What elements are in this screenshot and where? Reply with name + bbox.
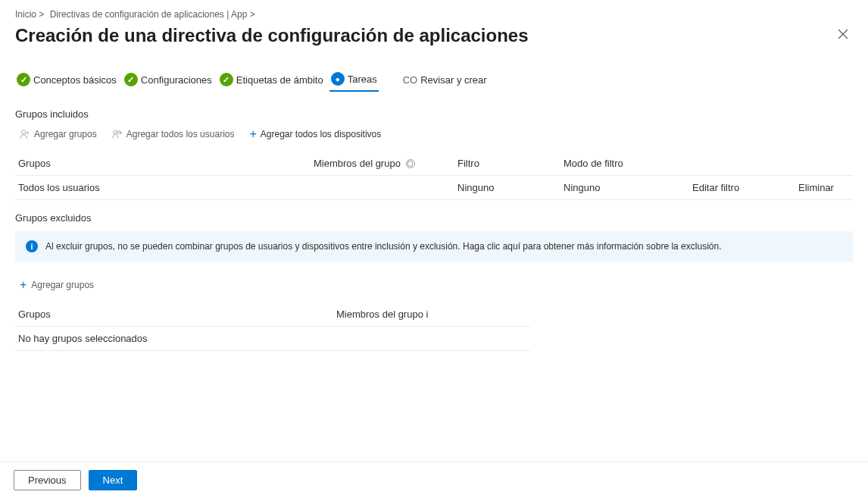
remove-link[interactable]: Eliminar (798, 182, 859, 193)
check-icon: ✓ (17, 73, 30, 86)
breadcrumb-policies[interactable]: Directivas de configuración de aplicacio… (50, 9, 255, 20)
exclusion-info-banner: i Al excluir grupos, no se pueden combin… (15, 231, 853, 262)
next-button[interactable]: Next (89, 470, 138, 490)
included-groups-table: Grupos Miembros del grupo O Filtro Modo … (15, 152, 853, 200)
info-text: Al excluir grupos, no se pueden combinar… (45, 241, 721, 252)
page-title: Creación de una directiva de configuraci… (15, 25, 529, 46)
svg-point-0 (22, 130, 26, 134)
stepper: ✓ Conceptos básicos ✓ Configuraciones ✓ … (15, 67, 853, 92)
step-label: Conceptos básicos (33, 74, 117, 86)
add-all-users-label: Agregar todos los usuarios (126, 129, 235, 139)
step-basics[interactable]: ✓ Conceptos básicos (15, 68, 118, 91)
previous-button[interactable]: Previous (14, 470, 81, 490)
step-configurations[interactable]: ✓ Configuraciones (123, 68, 214, 91)
cell-filter: Ninguno (457, 182, 564, 193)
info-icon[interactable]: i (426, 309, 429, 320)
col-members: Miembros del grupo i (336, 309, 533, 320)
info-icon[interactable]: O (406, 159, 415, 168)
step-review-create[interactable]: CO Revisar y crear (401, 70, 489, 90)
plus-icon: + (20, 278, 27, 292)
step-scope-tags[interactable]: ✓ Etiquetas de ámbito (218, 68, 325, 91)
step-label: Etiquetas de ámbito (236, 74, 323, 86)
close-icon (838, 29, 848, 39)
add-all-users-button[interactable]: Agregar todos los usuarios (112, 129, 235, 139)
table-row: No hay grupos seleccionados (15, 327, 530, 351)
add-groups-label: Agregar grupos (31, 280, 94, 290)
add-excluded-groups-button[interactable]: + Agregar grupos (15, 278, 853, 292)
svg-point-1 (114, 130, 117, 133)
add-groups-button[interactable]: Agregar grupos (20, 129, 97, 139)
person-plus-icon (20, 129, 30, 139)
step-prefix: CO (403, 74, 418, 86)
included-groups-heading: Grupos incluidos (15, 108, 853, 120)
empty-state-text: No hay grupos seleccionados (18, 333, 336, 344)
check-icon: ✓ (124, 73, 138, 86)
excluded-groups-table: Grupos Miembros del grupo i No hay grupo… (15, 302, 530, 351)
table-header: Grupos Miembros del grupo i (15, 302, 530, 327)
included-actions: Agregar grupos Agregar todos los usuario… (15, 127, 853, 141)
excluded-groups-heading: Grupos excluidos (15, 212, 853, 224)
col-members: Miembros del grupo O (314, 158, 457, 169)
col-filter: Filtro (457, 158, 564, 169)
step-assignments[interactable]: ● Tareas (329, 67, 379, 92)
col-groups: Grupos (18, 309, 336, 320)
breadcrumb: Inicio > Directivas de configuración de … (15, 9, 853, 20)
breadcrumb-home[interactable]: Inicio > (15, 9, 44, 20)
footer: Previous Next (0, 462, 868, 498)
table-row: Todos los usuarios Ninguno Ninguno Edita… (15, 176, 853, 200)
add-all-devices-label: Agregar todos los dispositivos (261, 129, 381, 139)
add-groups-label: Agregar grupos (34, 129, 97, 139)
cell-group: Todos los usuarios (18, 182, 314, 193)
add-all-devices-button[interactable]: + Agregar todos los dispositivos (249, 127, 381, 141)
step-label: Configuraciones (141, 74, 212, 86)
col-filter-mode: Modo de filtro (564, 158, 692, 169)
step-label: Revisar y crear (420, 74, 486, 86)
col-groups: Grupos (18, 158, 314, 169)
check-icon: ✓ (220, 73, 233, 86)
step-label: Tareas (348, 74, 377, 85)
info-icon: i (26, 240, 38, 252)
cell-filter-mode: Ninguno (564, 182, 692, 193)
close-button[interactable] (833, 24, 853, 46)
edit-filter-link[interactable]: Editar filtro (692, 182, 798, 193)
table-header: Grupos Miembros del grupo O Filtro Modo … (15, 152, 853, 176)
current-step-icon: ● (331, 72, 345, 86)
people-plus-icon (112, 129, 123, 139)
plus-icon: + (249, 127, 256, 141)
